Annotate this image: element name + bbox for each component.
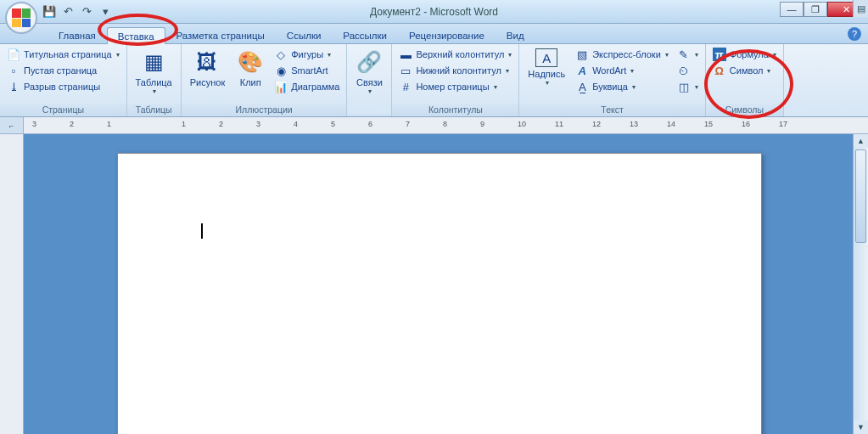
dropcap-icon: A̲ — [575, 80, 589, 93]
quick-access-toolbar: 💾 ↶ ↷ ▾ — [42, 5, 112, 19]
ruler-row: ⌐ 3211234567891011121314151617 ▤ — [0, 117, 868, 134]
group-links: 🔗Связи▾ — [347, 44, 392, 116]
ruler-tick: 10 — [518, 120, 526, 128]
wordart-icon: A — [575, 64, 589, 77]
footer-button[interactable]: ▭Нижний колонтитул▾ — [395, 63, 515, 78]
tab-page-layout[interactable]: Разметка страницы — [165, 26, 276, 43]
object-button[interactable]: ◫▾ — [674, 79, 702, 94]
ruler-tick: 7 — [406, 120, 410, 128]
clip-button[interactable]: 🎨Клип — [232, 47, 269, 89]
vertical-ruler[interactable] — [0, 134, 24, 434]
shapes-button[interactable]: ◇Фигуры▾ — [271, 47, 343, 62]
ruler-tick: 5 — [331, 120, 335, 128]
links-button[interactable]: 🔗Связи▾ — [350, 47, 388, 97]
scroll-thumb[interactable] — [855, 149, 866, 243]
label: Нижний колонтитул — [416, 65, 501, 76]
scroll-down-icon[interactable]: ▼ — [854, 420, 868, 434]
ruler-corner[interactable]: ⌐ — [0, 117, 24, 133]
signature-icon: ✎ — [677, 48, 691, 61]
ruler-toggle-icon[interactable]: ▤ — [853, 0, 868, 17]
cover-page-button[interactable]: 📄Титульная страница▾ — [3, 47, 123, 62]
tab-home[interactable]: Главная — [48, 26, 107, 43]
header-icon: ▬ — [399, 48, 412, 61]
document-page[interactable] — [117, 153, 762, 434]
chart-icon: 📊 — [274, 80, 288, 93]
smartart-button[interactable]: ◉SmartArt — [271, 63, 343, 78]
ruler-tick: 2 — [70, 120, 74, 128]
group-symbols: πФормула▾ ΩСимвол▾ Символы — [706, 44, 784, 116]
ruler-tick: 2 — [219, 120, 223, 128]
redo-icon[interactable]: ↷ — [80, 5, 93, 19]
textbox-button[interactable]: AНадпись▾ — [523, 47, 570, 88]
symbol-button[interactable]: ΩСимвол▾ — [709, 63, 780, 78]
ruler-tick: 15 — [704, 120, 713, 128]
page-break-button[interactable]: ⤓Разрыв страницы — [3, 79, 123, 94]
tab-insert[interactable]: Вставка — [107, 27, 165, 44]
group-label: Колонтитулы — [392, 104, 518, 116]
page-scroll-area[interactable] — [24, 134, 853, 434]
scroll-up-icon[interactable]: ▲ — [854, 134, 868, 148]
group-label: Иллюстрации — [182, 104, 347, 116]
chart-button[interactable]: 📊Диаграмма — [271, 79, 343, 94]
label: Связи — [356, 77, 383, 87]
pi-icon: π — [713, 48, 726, 61]
table-icon: ▦ — [140, 48, 167, 76]
omega-icon: Ω — [713, 64, 726, 77]
tab-view[interactable]: Вид — [496, 26, 535, 43]
ribbon: 📄Титульная страница▾ ▫Пустая страница ⤓Р… — [0, 44, 868, 117]
dropcap-button[interactable]: A̲Буквица▾ — [572, 79, 672, 94]
picture-button[interactable]: 🖼Рисунок — [185, 47, 231, 89]
ruler-tick: 14 — [667, 120, 675, 128]
label: Надпись — [528, 69, 565, 79]
ruler-tick: 11 — [555, 120, 563, 128]
label: SmartArt — [291, 65, 328, 76]
group-header-footer: ▬Верхний колонтитул▾ ▭Нижний колонтитул▾… — [392, 44, 519, 116]
pagenum-icon: # — [399, 80, 412, 93]
label: Экспресс-блоки — [592, 49, 661, 59]
minimize-button[interactable]: — — [780, 2, 804, 17]
pagenum-button[interactable]: #Номер страницы▾ — [395, 79, 515, 94]
label: Верхний колонтитул — [416, 49, 504, 59]
picture-icon: 🖼 — [193, 48, 221, 76]
ruler-tick: 1 — [182, 120, 186, 128]
label: Буквица — [592, 82, 628, 92]
shapes-icon: ◇ — [274, 48, 288, 61]
ruler-tick: 3 — [256, 120, 260, 128]
tab-review[interactable]: Рецензирование — [398, 26, 496, 43]
office-button[interactable] — [5, 2, 37, 34]
blank-page-button[interactable]: ▫Пустая страница — [3, 63, 123, 78]
quickparts-button[interactable]: ▧Экспресс-блоки▾ — [572, 47, 672, 62]
equation-button[interactable]: πФормула▾ — [709, 47, 780, 62]
vertical-scrollbar[interactable]: ▲ ▼ — [853, 134, 868, 434]
datetime-button[interactable]: ⏲ — [674, 63, 702, 78]
blank-page-icon: ▫ — [7, 64, 20, 77]
label: Диаграмма — [291, 82, 339, 92]
table-button[interactable]: ▦ Таблица▾ — [131, 47, 177, 97]
header-button[interactable]: ▬Верхний колонтитул▾ — [395, 47, 515, 62]
maximize-button[interactable]: ❐ — [804, 2, 827, 17]
label: Номер страницы — [416, 82, 489, 92]
horizontal-ruler[interactable]: 3211234567891011121314151617 — [24, 117, 868, 133]
ruler-tick: 8 — [443, 120, 447, 128]
title-bar: 💾 ↶ ↷ ▾ Документ2 - Microsoft Word — ❐ ✕ — [0, 0, 868, 24]
window-controls: — ❐ ✕ — [780, 2, 865, 17]
save-icon[interactable]: 💾 — [42, 5, 56, 19]
document-area: ▲ ▼ — [0, 134, 868, 434]
qat-more-icon[interactable]: ▾ — [98, 5, 112, 19]
group-label — [347, 114, 391, 116]
ruler-tick: 3 — [32, 120, 36, 128]
datetime-icon: ⏲ — [677, 64, 691, 77]
group-tables: ▦ Таблица▾ Таблицы — [127, 44, 182, 116]
ruler-tick: 12 — [592, 120, 601, 128]
wordart-button[interactable]: AWordArt▾ — [572, 63, 672, 78]
quickparts-icon: ▧ — [575, 48, 589, 61]
label: Рисунок — [190, 77, 226, 87]
tab-references[interactable]: Ссылки — [276, 26, 333, 43]
ruler-tick: 6 — [368, 120, 372, 128]
undo-icon[interactable]: ↶ — [61, 5, 75, 19]
tab-mailings[interactable]: Рассылки — [332, 26, 398, 43]
label: WordArt — [592, 65, 626, 76]
help-icon[interactable]: ? — [848, 27, 861, 41]
group-illustrations: 🖼Рисунок 🎨Клип ◇Фигуры▾ ◉SmartArt 📊Диагр… — [182, 44, 348, 116]
signature-button[interactable]: ✎▾ — [674, 47, 702, 62]
